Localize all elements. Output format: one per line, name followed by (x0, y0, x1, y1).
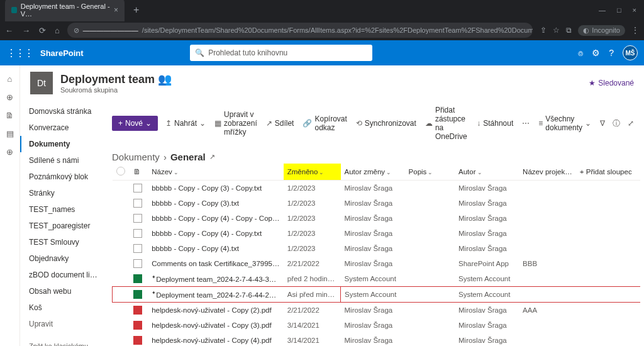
globe-rail-icon[interactable]: ⊕ (6, 92, 13, 102)
add-rail-icon[interactable]: ⊕ (6, 147, 13, 157)
app-launcher-icon[interactable]: ⋮⋮⋮ (6, 47, 33, 59)
file-name[interactable]: bbbbb - Copy - Copy (4) - Copy - Copy.tx… (148, 211, 284, 226)
breadcrumb-root[interactable]: Dokumenty (112, 152, 160, 162)
col-name[interactable]: Název⌄ (148, 164, 284, 181)
download-button[interactable]: ↓Stáhnout (475, 116, 514, 130)
more-button[interactable]: ⋯ (521, 116, 531, 130)
reload-icon[interactable]: ⟳ (39, 26, 46, 35)
row-select[interactable] (113, 271, 130, 287)
site-title[interactable]: Deployment team (60, 73, 155, 86)
teams-icon[interactable]: 👥 (158, 72, 167, 81)
forward-icon[interactable]: → (22, 26, 30, 35)
file-name[interactable]: helpdesk-nový-uživatel - Copy (3).pdf (148, 318, 284, 333)
copy-link-button[interactable]: 🔗Kopírovat odkaz (301, 112, 348, 135)
user-avatar[interactable]: MŠ (623, 45, 638, 60)
nav-item[interactable]: TEST_names (20, 201, 108, 218)
nav-edit[interactable]: Upravit (20, 316, 108, 332)
minimize-icon[interactable]: — (599, 6, 606, 14)
file-row[interactable]: helpdesk-nový-uživatel - Copy (2).pdf2/2… (113, 303, 641, 318)
nav-item[interactable]: TEST Smlouvy (20, 234, 108, 250)
browser-menu-icon[interactable]: ⋮ (631, 26, 639, 35)
nav-item[interactable]: Objednavky (20, 250, 108, 267)
file-row[interactable]: helpdesk-nový-uživatel - Copy (4).pdf3/1… (113, 333, 641, 346)
file-name[interactable]: Comments on task Certifikace_379954183.e… (148, 256, 284, 271)
close-tab-icon[interactable]: × (114, 6, 118, 14)
file-name[interactable]: ✦Deployment team_2024-2-7-6-44-26_1.csv (148, 287, 284, 303)
nav-item[interactable]: Konverzace (20, 120, 108, 136)
upload-button[interactable]: ↥Nahrát⌄ (164, 116, 207, 130)
file-name[interactable]: helpdesk-nový-uživatel - Copy (2).pdf (148, 303, 284, 318)
row-select[interactable] (113, 181, 130, 196)
file-row[interactable]: bbbbb - Copy - Copy (3) - Copy.txt1/2/20… (113, 181, 641, 196)
share-small-icon[interactable]: ↗ (209, 153, 215, 161)
settings-gear-icon[interactable]: ⚙ (592, 48, 600, 58)
file-row[interactable]: ✦Deployment team_2024-2-7-6-44-26_1.csvA… (113, 287, 641, 303)
file-row[interactable]: ✦Deployment team_2024-2-7-4-43-37_1.csvp… (113, 271, 641, 287)
new-button[interactable]: + Nové ⌄ (112, 116, 158, 131)
file-row[interactable]: bbbbb - Copy - Copy (4) - Copy - Copy.tx… (113, 211, 641, 226)
maximize-icon[interactable]: □ (617, 6, 621, 14)
row-select[interactable] (113, 196, 130, 211)
close-window-icon[interactable]: × (633, 6, 636, 14)
home-rail-icon[interactable]: ⌂ (8, 74, 13, 84)
col-type[interactable]: 🗎 (130, 164, 148, 181)
row-select[interactable] (113, 333, 130, 346)
nav-item[interactable]: Koš (20, 299, 108, 316)
file-row[interactable]: Comments on task Certifikace_379954183.e… (113, 256, 641, 271)
col-modified-by[interactable]: Autor změny⌄ (341, 164, 405, 181)
extensions-icon[interactable]: ⧉ (566, 26, 572, 35)
nav-item[interactable]: Domovská stránka (20, 103, 108, 120)
row-select[interactable] (113, 256, 130, 271)
row-select[interactable] (113, 318, 130, 333)
share-button[interactable]: ↗Sdílet (265, 116, 296, 130)
row-select[interactable] (113, 241, 130, 256)
teams-chat-icon[interactable]: ⌾ (578, 48, 583, 58)
row-select[interactable] (113, 287, 130, 303)
site-logo[interactable]: Dt (30, 72, 53, 94)
nav-item[interactable]: Dokumenty (20, 136, 108, 152)
expand-icon[interactable]: ⤢ (628, 119, 634, 128)
onedrive-shortcut-button[interactable]: ☁Přidat zástupce na OneDrive (424, 103, 469, 143)
nav-item[interactable]: Obsah webu (20, 283, 108, 299)
file-row[interactable]: bbbbb - Copy - Copy (4).txt1/2/2023Miros… (113, 241, 641, 256)
row-select[interactable] (113, 211, 130, 226)
col-add[interactable]: + Přidat sloupec (576, 164, 640, 181)
nav-classic-link[interactable]: Zpět ke klasickému SharePointu (20, 338, 108, 346)
suite-search[interactable]: 🔍 Prohledat tuto knihovnu (190, 45, 372, 61)
suite-brand[interactable]: SharePoint (40, 48, 84, 58)
file-name[interactable]: bbbbb - Copy - Copy (4).txt (148, 241, 284, 256)
help-icon[interactable]: ? (609, 48, 614, 58)
file-name[interactable]: bbbbb - Copy - Copy (4) - Copy.txt (148, 226, 284, 241)
browser-tab[interactable]: Deployment team - General - V… × (5, 0, 125, 21)
nav-item[interactable]: zBOD document library (20, 267, 108, 283)
col-desc[interactable]: Popis⌄ (405, 164, 455, 181)
view-selector[interactable]: ≡Všechny dokumenty⌄ (537, 112, 592, 135)
nav-item[interactable]: TEST_poaregister (20, 218, 108, 234)
news-rail-icon[interactable]: ▤ (6, 129, 14, 138)
files-rail-icon[interactable]: 🗎 (6, 111, 14, 120)
col-select[interactable] (113, 164, 130, 181)
nav-item[interactable]: Poznámkový blok (20, 169, 108, 185)
col-project[interactable]: Název projektu⌄ (519, 164, 576, 181)
share-icon[interactable]: ⇪ (540, 26, 547, 35)
new-tab-button[interactable]: + (128, 4, 144, 16)
nav-item[interactable]: Stránky (20, 185, 108, 201)
file-name[interactable]: bbbbb - Copy - Copy (3).txt (148, 196, 284, 211)
col-author[interactable]: Autor⌄ (455, 164, 519, 181)
bookmark-icon[interactable]: ☆ (553, 26, 560, 35)
nav-item[interactable]: Sdílené s námi (20, 152, 108, 169)
home-icon[interactable]: ⌂ (55, 26, 60, 35)
address-bar[interactable]: ⊘ ———————— /sites/DeploymentTeam/Shared%… (67, 23, 533, 38)
row-select[interactable] (113, 303, 130, 318)
file-name[interactable]: helpdesk-nový-uživatel - Copy (4).pdf (148, 333, 284, 346)
file-row[interactable]: bbbbb - Copy - Copy (4) - Copy.txt1/2/20… (113, 226, 641, 241)
file-name[interactable]: bbbbb - Copy - Copy (3) - Copy.txt (148, 181, 284, 196)
info-icon[interactable]: ⓘ (613, 118, 620, 129)
sync-button[interactable]: ⟲Synchronizovat (355, 116, 418, 130)
grid-edit-button[interactable]: ▦Upravit v zobrazení mřížky (213, 108, 258, 139)
filter-icon[interactable]: ∇ (600, 119, 605, 128)
file-row[interactable]: helpdesk-nový-uživatel - Copy (3).pdf3/1… (113, 318, 641, 333)
follow-button[interactable]: ★ Sledované (589, 79, 634, 87)
file-row[interactable]: bbbbb - Copy - Copy (3).txt1/2/2023Miros… (113, 196, 641, 211)
back-icon[interactable]: ← (5, 26, 13, 35)
